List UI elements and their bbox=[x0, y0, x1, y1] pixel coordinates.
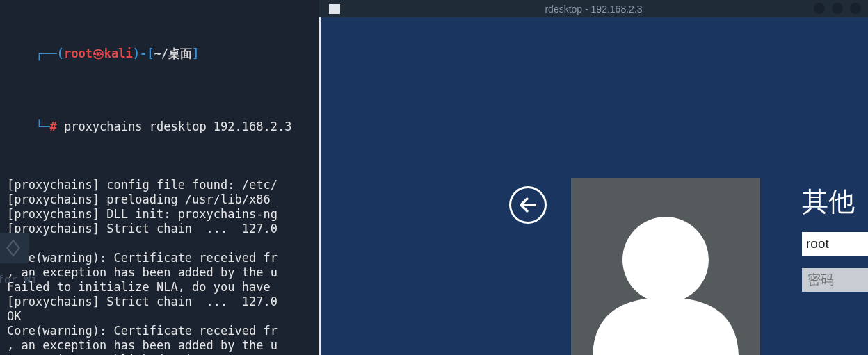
rdp-left-edge bbox=[319, 17, 321, 355]
prompt-close: )-[ bbox=[133, 47, 154, 60]
prompt-end: ] bbox=[192, 47, 199, 60]
terminal-command: proxychains rdesktop 192.168.2.3 bbox=[57, 119, 292, 133]
terminal-pane[interactable]: ┌──(root㉿kali)-[~/桌面] └─# proxychains rd… bbox=[0, 0, 319, 355]
title-bar[interactable]: rdesktop - 192.168.2.3 bbox=[319, 0, 868, 17]
username-field[interactable] bbox=[802, 232, 868, 256]
window-title: rdesktop - 192.168.2.3 bbox=[319, 3, 868, 15]
prompt-host: kali bbox=[104, 47, 133, 60]
arrow-left-icon bbox=[517, 195, 538, 215]
prompt-l2: └─ bbox=[35, 119, 49, 133]
avatar bbox=[571, 178, 760, 355]
svg-point-0 bbox=[622, 217, 709, 303]
close-button[interactable] bbox=[850, 3, 861, 14]
prompt-user: root bbox=[64, 47, 93, 60]
desktop-shortcut-label: for_Wi bbox=[0, 272, 38, 287]
minimize-button[interactable] bbox=[814, 3, 825, 14]
back-button[interactable] bbox=[509, 186, 547, 224]
maximize-button[interactable] bbox=[832, 3, 843, 14]
terminal-prompt-line1: ┌──(root㉿kali)-[~/桌面] bbox=[7, 32, 312, 76]
login-header: 其他 bbox=[802, 184, 868, 220]
prompt-sym: ㉿ bbox=[93, 47, 104, 60]
password-field[interactable] bbox=[802, 268, 868, 292]
user-silhouette-icon bbox=[571, 178, 760, 355]
login-form: 其他 bbox=[802, 184, 868, 292]
rdesktop-window: rdesktop - 192.168.2.3 其他 bbox=[319, 0, 868, 355]
terminal-prompt-line2: └─# proxychains rdesktop 192.168.2.3 bbox=[7, 105, 312, 149]
desktop-shortcut-icon[interactable] bbox=[0, 233, 29, 263]
prompt-cwd: ~/桌面 bbox=[154, 47, 192, 60]
terminal-output: [proxychains] config file found: /etc/ [… bbox=[7, 178, 312, 355]
prompt-hash: # bbox=[49, 119, 56, 133]
rdp-login-screen: 其他 bbox=[319, 17, 868, 355]
prompt-open: ┌──( bbox=[35, 47, 64, 60]
window-controls bbox=[814, 3, 861, 14]
